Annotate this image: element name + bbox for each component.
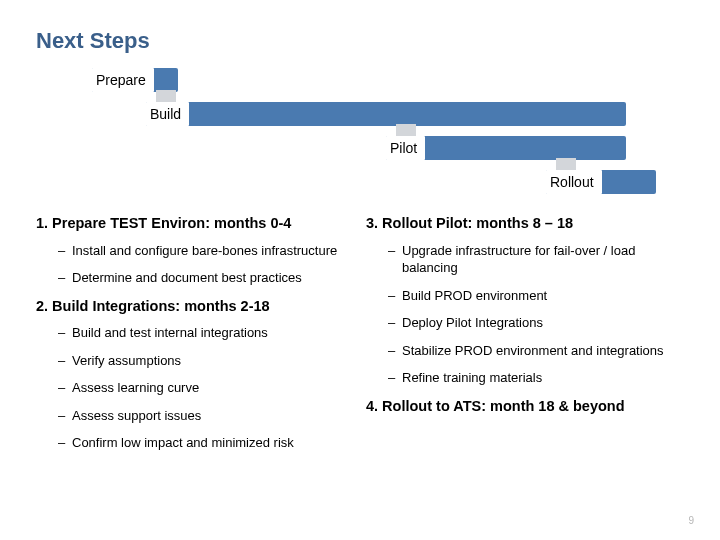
- list-item: Assess learning curve: [58, 379, 354, 397]
- content-columns: 1. Prepare TEST Environ: months 0-4 Inst…: [36, 206, 684, 462]
- column-left: 1. Prepare TEST Environ: months 0-4 Inst…: [36, 206, 354, 462]
- page-title: Next Steps: [36, 28, 684, 54]
- stage-label: Pilot: [386, 136, 425, 160]
- column-right: 3. Rollout Pilot: months 8 – 18 Upgrade …: [366, 206, 684, 462]
- list-item: Build and test internal integrations: [58, 324, 354, 342]
- stage-label: Prepare: [92, 68, 154, 92]
- page-number: 9: [688, 515, 694, 526]
- stage-bar: [146, 102, 626, 126]
- stage-prepare: Prepare: [92, 68, 178, 92]
- slide: Next Steps Prepare Build Pilot Rollout 1…: [0, 0, 720, 540]
- stage-rollout: Rollout: [546, 170, 656, 194]
- section-heading: 1. Prepare TEST Environ: months 0-4: [36, 214, 354, 234]
- bullet-list: Upgrade infrastructure for fail-over / l…: [366, 242, 684, 387]
- list-item: Confirm low impact and minimized risk: [58, 434, 354, 452]
- bullet-list: Install and configure bare-bones infrast…: [36, 242, 354, 287]
- list-item: Determine and document best practices: [58, 269, 354, 287]
- list-item: Build PROD environment: [388, 287, 684, 305]
- stage-label: Rollout: [546, 170, 602, 194]
- list-item: Upgrade infrastructure for fail-over / l…: [388, 242, 684, 277]
- stage-pilot: Pilot: [386, 136, 626, 160]
- list-item: Install and configure bare-bones infrast…: [58, 242, 354, 260]
- bullet-list: Build and test internal integrations Ver…: [36, 324, 354, 452]
- list-item: Refine training materials: [388, 369, 684, 387]
- section-heading: 2. Build Integrations: months 2-18: [36, 297, 354, 317]
- section-heading: 4. Rollout to ATS: month 18 & beyond: [366, 397, 684, 417]
- list-item: Assess support issues: [58, 407, 354, 425]
- list-item: Verify assumptions: [58, 352, 354, 370]
- list-item: Deploy Pilot Integrations: [388, 314, 684, 332]
- stage-label: Build: [146, 102, 189, 126]
- timeline: Prepare Build Pilot Rollout: [36, 68, 684, 198]
- list-item: Stabilize PROD environment and integrati…: [388, 342, 684, 360]
- section-heading: 3. Rollout Pilot: months 8 – 18: [366, 214, 684, 234]
- stage-build: Build: [146, 102, 626, 126]
